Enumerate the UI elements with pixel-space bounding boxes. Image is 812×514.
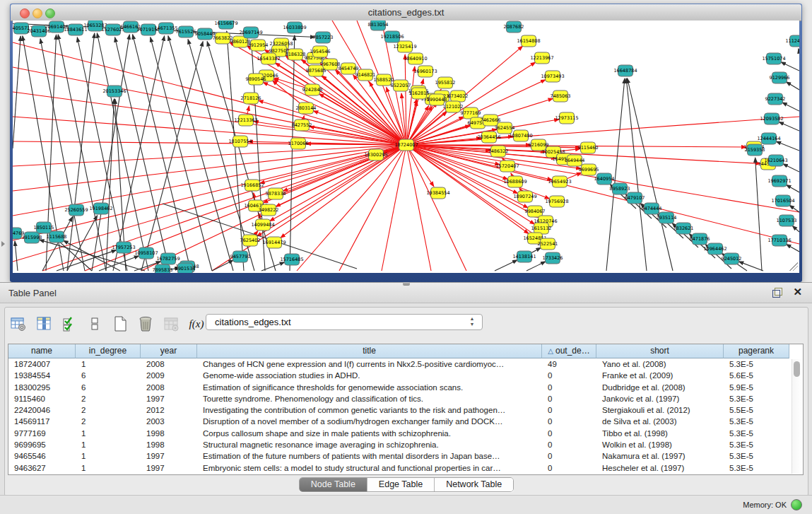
- graph-edge[interactable]: [626, 78, 647, 271]
- column-header-pagerank[interactable]: pagerank: [724, 344, 789, 358]
- graph-edge[interactable]: [13, 92, 406, 145]
- graph-node[interactable]: 20364456: [477, 132, 500, 143]
- graph-node[interactable]: 8912954: [248, 40, 269, 51]
- table-row[interactable]: 969969511998Structural magnetic resonanc…: [8, 439, 792, 450]
- graph-edge[interactable]: [13, 67, 406, 145]
- graph-edge[interactable]: [779, 122, 799, 131]
- panel-expand-arrow-icon[interactable]: [1, 241, 5, 247]
- graph-node[interactable]: 8427552: [292, 119, 312, 131]
- graph-node[interactable]: 16156679: [214, 21, 237, 29]
- network-canvas[interactable]: 1872400776638229860128891295423226058982…: [13, 21, 799, 273]
- graph-node[interactable]: 7615526: [176, 26, 196, 37]
- graph-edge[interactable]: [212, 260, 233, 271]
- graph-edge[interactable]: [13, 42, 406, 145]
- column-header-title[interactable]: title: [197, 344, 542, 358]
- network-graph[interactable]: 1872400776638229860128891295423226058982…: [13, 21, 799, 273]
- graph-edge[interactable]: [151, 37, 212, 271]
- graph-edge[interactable]: [406, 145, 799, 244]
- graph-node[interactable]: 2718126: [241, 93, 261, 104]
- graph-edge[interactable]: [776, 141, 799, 151]
- table-row[interactable]: 946554611997Estimation of the future num…: [8, 450, 792, 462]
- graph-edge[interactable]: [786, 82, 799, 90]
- table-row[interactable]: 946362711997Embryonic stem cells: a mode…: [8, 462, 792, 474]
- graph-edge[interactable]: [227, 31, 244, 271]
- graph-node[interactable]: 10964462: [703, 243, 726, 255]
- table-row[interactable]: 1456911722003Disruption of a novel membe…: [8, 416, 792, 427]
- delete-trash-icon[interactable]: [136, 315, 155, 333]
- table-source-dropdown[interactable]: citations_edges.txt ▲▼: [206, 314, 483, 330]
- graph-edge[interactable]: [77, 37, 127, 271]
- graph-node[interactable]: 18640910: [404, 53, 427, 64]
- graph-edge[interactable]: [787, 185, 799, 192]
- graph-edge[interactable]: [382, 145, 406, 271]
- table-row[interactable]: 911546021997Tourette syndrome. Phenomeno…: [8, 393, 792, 404]
- graph-node[interactable]: 1649444: [565, 155, 585, 166]
- graph-node[interactable]: 5901534: [175, 263, 196, 273]
- graph-node[interactable]: 14099484: [251, 219, 274, 230]
- graph-node[interactable]: 7485063: [551, 90, 571, 102]
- column-header-in_degree[interactable]: in_degree: [76, 344, 141, 358]
- graph-node[interactable]: 5878334: [266, 188, 286, 199]
- tab-network-table[interactable]: Network Table: [435, 478, 513, 491]
- table-row[interactable]: 977716911998Corpus callosum shape and si…: [8, 428, 792, 439]
- graph-node[interactable]: 3498222: [259, 204, 279, 216]
- graph-node[interactable]: 19384554: [426, 187, 449, 199]
- graph-node[interactable]: 16033809: [283, 22, 306, 33]
- table-row[interactable]: 2242004622012Investigating the contribut…: [8, 404, 792, 416]
- graph-node[interactable]: 9875685: [306, 65, 326, 76]
- graph-edge[interactable]: [782, 103, 799, 111]
- graph-node[interactable]: 1954546: [310, 46, 331, 57]
- graph-node[interactable]: 8958923: [610, 183, 630, 194]
- graph-edge[interactable]: [755, 158, 762, 271]
- graph-node[interactable]: 16960173: [413, 66, 437, 77]
- graph-edge[interactable]: [168, 36, 233, 271]
- graph-edge[interactable]: [787, 244, 799, 252]
- graph-node[interactable]: 9457791: [230, 251, 251, 262]
- graph-edge[interactable]: [783, 164, 799, 172]
- column-visibility-icon[interactable]: [35, 315, 53, 333]
- graph-node[interactable]: 1170066: [288, 138, 309, 149]
- graph-edge[interactable]: [13, 141, 406, 145]
- graph-node[interactable]: 9245012: [722, 253, 742, 264]
- graph-node[interactable]: 7832621: [673, 223, 694, 234]
- graph-node[interactable]: 9474444: [642, 203, 662, 214]
- network-window-titlebar[interactable]: citations_edges.txt: [11, 4, 801, 21]
- graph-node[interactable]: 12213967: [530, 52, 553, 64]
- select-all-check-icon[interactable]: [60, 315, 78, 333]
- graph-edge[interactable]: [792, 226, 799, 232]
- graph-edge[interactable]: [133, 35, 191, 271]
- graph-node[interactable]: 7857223: [313, 32, 334, 43]
- graph-node[interactable]: 1990448: [427, 94, 447, 105]
- column-header-name[interactable]: name: [8, 344, 76, 358]
- graph-node[interactable]: 6479107: [625, 192, 645, 204]
- graph-node[interactable]: 8471876: [690, 233, 710, 245]
- graph-edge[interactable]: [67, 33, 95, 271]
- graph-node[interactable]: 9242848: [302, 84, 323, 95]
- graph-node[interactable]: 15720407: [495, 160, 519, 172]
- graph-edge[interactable]: [319, 94, 406, 145]
- graph-node[interactable]: 11124567: [785, 35, 799, 47]
- graph-node[interactable]: 9890546: [246, 74, 266, 85]
- window-resize-grip[interactable]: [789, 262, 798, 271]
- graph-node[interactable]: 10688609: [503, 176, 526, 187]
- tab-edge-table[interactable]: Edge Table: [367, 478, 435, 491]
- graph-edge[interactable]: [113, 36, 165, 271]
- memory-status-indicator[interactable]: [791, 499, 802, 510]
- graph-node[interactable]: 9146821: [355, 69, 376, 81]
- graph-node[interactable]: 1733426: [543, 252, 563, 264]
- graph-edge[interactable]: [526, 262, 546, 271]
- graph-edge[interactable]: [15, 241, 18, 271]
- graph-node[interactable]: 12973115: [555, 112, 578, 124]
- new-document-icon[interactable]: [111, 315, 129, 333]
- graph-node[interactable]: 9115460: [578, 142, 599, 153]
- graph-node[interactable]: 2159358: [745, 144, 765, 156]
- graph-node[interactable]: 1850115: [34, 222, 54, 233]
- graph-node[interactable]: 18107554: [228, 136, 252, 147]
- graph-node[interactable]: 1107533: [777, 215, 797, 226]
- graph-node[interactable]: 9058449: [195, 28, 216, 40]
- graph-edge[interactable]: [495, 260, 517, 271]
- graph-node[interactable]: 10807480: [509, 130, 532, 141]
- graph-node[interactable]: 19692971: [767, 175, 791, 187]
- graph-edge[interactable]: [628, 78, 673, 271]
- graph-edge[interactable]: [13, 117, 406, 145]
